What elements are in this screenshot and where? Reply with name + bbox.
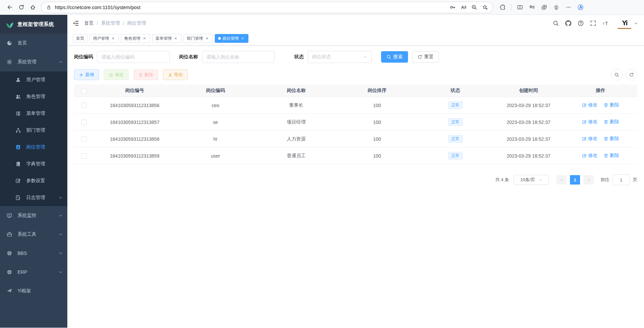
close-icon[interactable]: [205, 36, 209, 41]
edit-button[interactable]: 修改: [104, 69, 129, 80]
url-text[interactable]: https://ccnetcore.com:1101/system/post: [55, 5, 140, 10]
post-name-input[interactable]: [202, 51, 275, 63]
breadcrumb-separator: /: [123, 21, 124, 26]
globe-icon: [7, 269, 13, 275]
current-page-button[interactable]: 1: [570, 175, 580, 185]
sidebar-item-post-management[interactable]: 岗位管理: [0, 139, 67, 156]
sidebar-item-erp[interactable]: ERP: [0, 263, 67, 282]
row-delete-link[interactable]: 删除: [604, 153, 619, 159]
close-icon[interactable]: [173, 36, 178, 41]
help-icon[interactable]: [578, 20, 584, 26]
row-checkbox[interactable]: [81, 136, 87, 142]
app-logo[interactable]: 意框架管理系统: [0, 15, 67, 34]
refresh-table-button[interactable]: [626, 69, 637, 80]
sidebar-item-system-management[interactable]: 系统管理: [0, 53, 67, 71]
row-edit-link[interactable]: 修改: [582, 119, 598, 125]
cell-post-code: user: [175, 147, 256, 164]
sidebar-item-menu-management[interactable]: 菜单管理: [0, 105, 67, 122]
column-header-actions: 操作: [564, 85, 637, 97]
row-edit-link[interactable]: 修改: [582, 136, 598, 142]
browser-home-button[interactable]: [27, 2, 38, 13]
sidebar-item-label: 日志管理: [26, 195, 45, 201]
tab-dept-management[interactable]: 部门管理: [183, 34, 213, 43]
tab-role-management[interactable]: 角色管理: [121, 34, 150, 43]
fullscreen-icon[interactable]: [590, 20, 596, 26]
collections-icon[interactable]: [538, 2, 550, 13]
tab-home[interactable]: 首页: [73, 34, 88, 43]
row-delete-link[interactable]: 删除: [604, 119, 619, 125]
edit-pencil-icon: [15, 178, 22, 184]
browser-refresh-button[interactable]: [15, 2, 27, 13]
next-page-button[interactable]: [583, 175, 594, 185]
sidebar-item-dict-management[interactable]: 字典管理: [0, 156, 67, 172]
user-avatar-menu[interactable]: Yi: [618, 18, 638, 29]
org-tree-icon: [15, 128, 22, 133]
show-search-toggle-button[interactable]: [611, 69, 622, 80]
sidebar-item-home[interactable]: 首页: [0, 34, 67, 53]
zoom-out-icon[interactable]: [469, 2, 479, 12]
delete-button[interactable]: 删除: [133, 69, 158, 80]
tab-menu-management[interactable]: 菜单管理: [152, 34, 181, 43]
sidebar-fold-icon[interactable]: [73, 20, 79, 26]
close-icon[interactable]: [240, 36, 245, 41]
sidebar-item-param-settings[interactable]: 参数设置: [0, 172, 67, 189]
address-bar[interactable]: https://ccnetcore.com:1101/system/post: [41, 2, 493, 13]
sidebar-item-system-monitor[interactable]: 系统监控: [0, 206, 67, 225]
status-select[interactable]: 岗位状态: [308, 51, 372, 63]
select-all-checkbox[interactable]: [81, 88, 87, 94]
read-aloud-icon[interactable]: [458, 2, 468, 12]
close-icon[interactable]: [111, 36, 115, 41]
export-button[interactable]: 导出: [163, 69, 188, 80]
sidebar-item-yi-framework[interactable]: Yi框架: [0, 282, 67, 300]
trash-icon: [138, 73, 143, 77]
sidebar-item-bbs[interactable]: BBS: [0, 244, 67, 263]
row-edit-link[interactable]: 修改: [582, 153, 598, 159]
sidebar-item-user-management[interactable]: 用户管理: [0, 71, 67, 88]
chevron-down-icon: [539, 178, 542, 182]
sidebar-item-role-management[interactable]: 角色管理: [0, 88, 67, 105]
status-label: 状态: [294, 54, 304, 60]
extensions-icon[interactable]: [497, 2, 508, 13]
sidebar-item-dept-management[interactable]: 部门管理: [0, 122, 67, 139]
status-badge: 正常: [448, 135, 463, 143]
page-size-select[interactable]: 10条/页: [514, 175, 549, 185]
toolbox-icon: [7, 232, 13, 237]
breadcrumb-item[interactable]: 首页: [84, 20, 94, 26]
row-delete-link[interactable]: 删除: [604, 102, 619, 108]
tab-post-management[interactable]: 岗位管理: [215, 34, 248, 43]
row-delete-link[interactable]: 删除: [604, 136, 619, 142]
header-search-icon[interactable]: [553, 20, 559, 26]
bing-chat-icon[interactable]: b: [575, 2, 586, 13]
post-code-input[interactable]: [97, 51, 170, 63]
row-checkbox[interactable]: [81, 120, 87, 125]
browser-profile-avatar[interactable]: [550, 2, 562, 13]
reset-button[interactable]: 重置: [412, 51, 439, 63]
search-button[interactable]: 搜索: [381, 51, 408, 63]
cell-post-name: 项目经理: [256, 114, 337, 131]
font-size-icon[interactable]: TT: [603, 20, 609, 26]
add-favorite-icon[interactable]: [480, 2, 490, 12]
github-icon[interactable]: [565, 20, 571, 26]
cell-post-code: hr: [175, 131, 256, 147]
sidebar-item-label: 系统管理: [18, 59, 36, 65]
add-button[interactable]: 新增: [74, 69, 99, 80]
sidebar-item-log-management[interactable]: 日志管理: [0, 189, 67, 206]
split-screen-icon[interactable]: [514, 2, 526, 13]
column-header-post-sort: 岗位排序: [337, 85, 417, 97]
browser-more-menu-icon[interactable]: [563, 2, 574, 13]
tab-label: 用户管理: [93, 36, 109, 41]
favorites-bar-icon[interactable]: [526, 2, 538, 13]
close-icon[interactable]: [142, 36, 147, 41]
row-checkbox[interactable]: [81, 153, 87, 159]
sidebar-item-system-tools[interactable]: 系统工具: [0, 225, 67, 244]
prev-page-button[interactable]: [556, 175, 567, 185]
cell-post-code: se: [175, 114, 256, 131]
cell-post-sort: 100: [337, 97, 417, 114]
tab-label: 岗位管理: [223, 36, 239, 41]
password-key-icon[interactable]: [447, 2, 457, 12]
goto-page-input[interactable]: [613, 174, 630, 185]
browser-back-button[interactable]: [4, 2, 15, 13]
row-checkbox[interactable]: [81, 103, 87, 108]
row-edit-link[interactable]: 修改: [582, 102, 598, 108]
tab-user-management[interactable]: 用户管理: [90, 34, 119, 43]
